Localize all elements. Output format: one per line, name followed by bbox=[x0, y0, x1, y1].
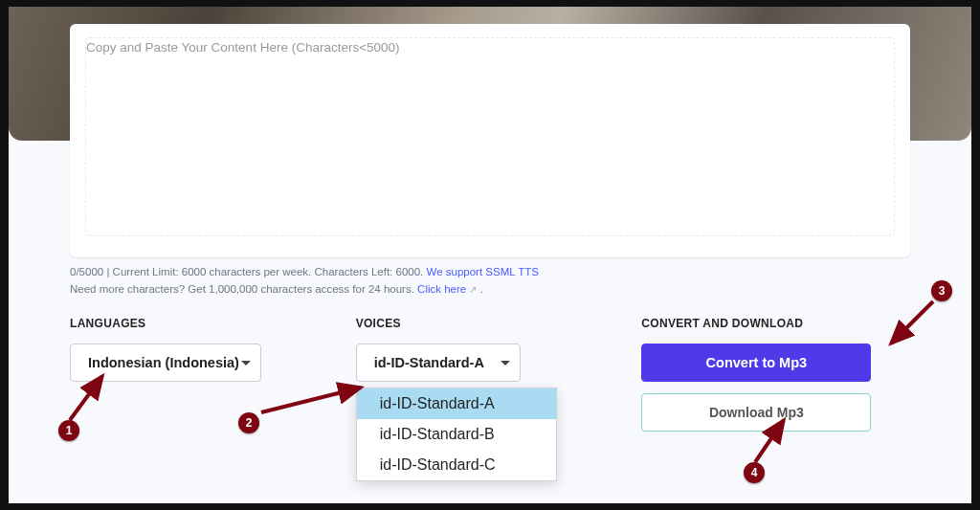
chevron-down-icon bbox=[241, 361, 251, 366]
voices-select[interactable]: id-ID-Standard-A bbox=[356, 344, 521, 382]
controls-row: LANGUAGES Indonesian (Indonesia) VOICES … bbox=[70, 317, 910, 481]
voice-option[interactable]: id-ID-Standard-A bbox=[357, 388, 556, 419]
languages-column: LANGUAGES Indonesian (Indonesia) bbox=[70, 317, 339, 481]
chevron-down-icon bbox=[501, 361, 510, 366]
content-textarea[interactable] bbox=[85, 37, 895, 236]
languages-select[interactable]: Indonesian (Indonesia) bbox=[70, 344, 261, 382]
app-frame: 0/5000 | Current Limit: 6000 characters … bbox=[8, 6, 972, 504]
more-chars-text: Need more characters? Get 1,000,000 char… bbox=[70, 283, 414, 295]
convert-heading: CONVERT AND DOWNLOAD bbox=[641, 317, 910, 330]
languages-heading: LANGUAGES bbox=[70, 317, 339, 330]
voices-column: VOICES id-ID-Standard-A id-ID-Standard-A… bbox=[356, 317, 625, 481]
voices-dropdown: id-ID-Standard-A id-ID-Standard-B id-ID-… bbox=[356, 388, 557, 481]
meta-info: 0/5000 | Current Limit: 6000 characters … bbox=[70, 263, 910, 299]
voice-option[interactable]: id-ID-Standard-B bbox=[357, 419, 556, 450]
annotation-badge-3: 3 bbox=[931, 280, 952, 301]
external-icon: ↗ bbox=[469, 284, 477, 295]
voice-option[interactable]: id-ID-Standard-C bbox=[357, 450, 556, 480]
click-here-link[interactable]: Click here bbox=[417, 283, 466, 295]
ssml-link[interactable]: We support SSML TTS bbox=[427, 266, 539, 277]
period: . bbox=[480, 283, 483, 295]
download-button[interactable]: Download Mp3 bbox=[641, 393, 871, 432]
char-counter: 0/5000 bbox=[70, 266, 103, 277]
voices-selected-label: id-ID-Standard-A bbox=[374, 355, 484, 370]
text-card bbox=[70, 24, 910, 257]
languages-selected-label: Indonesian (Indonesia) bbox=[88, 355, 239, 370]
voices-heading: VOICES bbox=[356, 317, 625, 330]
convert-column: CONVERT AND DOWNLOAD Convert to Mp3 Down… bbox=[641, 317, 910, 481]
limit-text: Current Limit: 6000 characters per week.… bbox=[113, 266, 424, 277]
convert-button[interactable]: Convert to Mp3 bbox=[641, 344, 871, 382]
